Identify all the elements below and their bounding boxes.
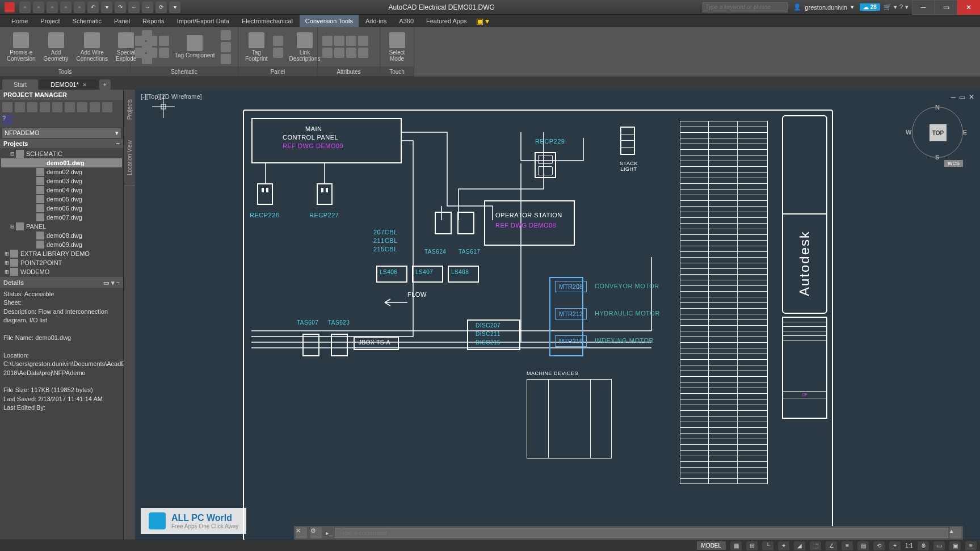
pm-tb-7-icon[interactable] [77, 102, 87, 112]
qat-new-icon[interactable]: ▫ [19, 2, 31, 13]
tree-file-demo04[interactable]: demo04.dwg [1, 186, 122, 195]
cmd-customize-icon[interactable]: ⚙ [310, 527, 322, 539]
tree-schematic-folder[interactable]: ⊟SCHEMATIC [1, 149, 122, 158]
tab-projects-vert[interactable]: Projects [124, 90, 135, 129]
promise-conversion-button[interactable]: Promis-e Conversion [5, 31, 38, 63]
status-max-icon[interactable]: ▭ [933, 541, 945, 550]
qat-prev-icon[interactable]: ← [128, 2, 140, 13]
status-otrack-icon[interactable]: ∠ [826, 541, 837, 550]
qat-redo-icon[interactable]: ↷ [115, 2, 126, 13]
ribbon-tab-a360[interactable]: A360 [393, 15, 419, 27]
doctab-current[interactable]: DEMO01*✕ [39, 79, 98, 90]
status-clean-icon[interactable]: ▣ [949, 541, 961, 550]
ribbon-tab-electromech[interactable]: Electromechanical [236, 15, 298, 27]
sch-s8-icon[interactable] [221, 42, 231, 52]
qat-undo-icon[interactable]: ↶ [87, 2, 99, 13]
qat-next-icon[interactable]: → [142, 2, 153, 13]
qat-saveas-icon[interactable]: ▫ [60, 2, 71, 13]
doctab-start[interactable]: Start [2, 79, 38, 90]
pm-tb-1-icon[interactable] [2, 102, 12, 112]
viewcube[interactable]: N S E W TOP WCS [912, 107, 963, 175]
sch-s1-icon[interactable] [135, 36, 145, 46]
tree-file-demo01[interactable]: demo01.dwg [1, 158, 122, 167]
qat-refresh-icon[interactable]: ⟳ [155, 2, 167, 13]
status-osnap-icon[interactable]: ⬚ [810, 541, 821, 550]
window-maximize-button[interactable]: ▭ [935, 0, 957, 15]
exchange-icon[interactable]: 🛒 [884, 3, 891, 11]
tree-file-demo02[interactable]: demo02.dwg [1, 167, 122, 176]
view-minimize-icon[interactable]: ─ [950, 93, 956, 101]
pm-tb-6-icon[interactable] [65, 102, 75, 112]
pm-tb-help-icon[interactable]: ? [2, 115, 12, 125]
pm-project-dropdown[interactable]: NFPADEMO▾ [2, 128, 121, 138]
sch-s7-icon[interactable] [221, 30, 231, 40]
status-lwt-icon[interactable]: ≡ [842, 541, 853, 550]
doctab-close-icon[interactable]: ✕ [82, 82, 87, 88]
pm-tb-8-icon[interactable] [90, 102, 100, 112]
tab-locationview-vert[interactable]: Location View [124, 129, 135, 186]
att-s4-icon[interactable] [358, 36, 368, 46]
viewcube-n[interactable]: N [935, 104, 940, 111]
window-close-button[interactable]: ✕ [957, 0, 980, 15]
tag-footprint-button[interactable]: Tag Footprint [243, 31, 270, 63]
ribbon-tab-addins[interactable]: Add-ins [360, 15, 392, 27]
help-dd-icon[interactable]: ▾ [905, 3, 909, 11]
att-s1-icon[interactable] [322, 36, 333, 46]
qat-open-icon[interactable]: ▫ [33, 2, 44, 13]
viewcube-face[interactable]: TOP [929, 124, 947, 141]
cmd-recent-icon[interactable]: ▴ [950, 527, 961, 539]
status-gear-icon[interactable]: ⚙ [918, 541, 929, 550]
att-s2-icon[interactable] [334, 36, 344, 46]
tree-file-demo03[interactable]: demo03.dwg [1, 176, 122, 186]
a360-badge[interactable]: ☁ 28 [860, 3, 880, 11]
viewcube-w[interactable]: W [906, 129, 911, 136]
ribbon-tab-schematic[interactable]: Schematic [67, 15, 107, 27]
view-close-icon[interactable]: ✕ [969, 93, 974, 101]
pm-tb-9-icon[interactable] [102, 102, 112, 112]
pm-projects-section[interactable]: Projects− [0, 139, 123, 148]
ribbon-tab-featured[interactable]: Featured Apps [420, 15, 473, 27]
status-iso-icon[interactable]: ◢ [794, 541, 805, 550]
viewcube-s[interactable]: S [935, 154, 939, 161]
att-s7-icon[interactable] [346, 48, 356, 58]
drawing-canvas[interactable]: [-][Top][2D Wireframe] ─ ▭ ✕ MAIN CONTRO… [135, 90, 980, 540]
viewcube-wcs[interactable]: WCS [944, 160, 963, 167]
status-snap-icon[interactable]: ⊞ [746, 541, 758, 550]
viewcube-e[interactable]: E [963, 129, 967, 136]
pnl-s2-icon[interactable] [273, 48, 283, 58]
status-cycle-icon[interactable]: ⟲ [873, 541, 885, 550]
help-icon[interactable]: ? [899, 3, 903, 11]
ribbon-tab-importexport[interactable]: Import/Export Data [171, 15, 235, 27]
ribbon-tab-project[interactable]: Project [35, 15, 65, 27]
tree-file-demo07[interactable]: demo07.dwg [1, 213, 122, 222]
tree-file-demo05[interactable]: demo05.dwg [1, 195, 122, 204]
tree-file-demo08[interactable]: demo08.dwg [1, 231, 122, 240]
pm-details-opts-icon[interactable]: ▭ ▾ − [103, 279, 120, 287]
ribbon-tab-home[interactable]: Home [6, 15, 33, 27]
pm-tb-2-icon[interactable] [15, 102, 25, 112]
pm-tb-5-icon[interactable] [52, 102, 62, 112]
signin-icon[interactable]: 👤 [793, 3, 801, 11]
qat-customize-icon[interactable]: ▾ [169, 2, 180, 13]
help-search-input[interactable] [703, 2, 788, 12]
tree-panel-folder[interactable]: ⊟PANEL [1, 222, 122, 231]
status-grid-icon[interactable]: ▦ [730, 541, 742, 550]
pm-tb-3-icon[interactable] [27, 102, 37, 112]
view-maximize-icon[interactable]: ▭ [959, 93, 965, 101]
att-s5-icon[interactable] [322, 48, 333, 58]
ribbon-tab-conversion[interactable]: Conversion Tools [300, 15, 359, 27]
tag-component-button[interactable]: Tag Component [173, 34, 217, 60]
qat-plot-icon[interactable]: ▫ [74, 2, 85, 13]
att-s3-icon[interactable] [346, 36, 356, 46]
add-wire-connections-button[interactable]: Add Wire Connections [74, 31, 110, 63]
att-s6-icon[interactable] [334, 48, 344, 58]
sch-s4-icon[interactable] [135, 48, 145, 58]
bulb-icon[interactable]: ▣ ▾ [476, 16, 490, 26]
sch-s2-icon[interactable] [147, 36, 157, 46]
doctab-new-button[interactable]: + [99, 79, 111, 90]
status-model-button[interactable]: MODEL [697, 541, 726, 550]
status-ortho-icon[interactable]: └ [762, 541, 773, 550]
ribbon-tab-reports[interactable]: Reports [137, 15, 170, 27]
app-logo[interactable] [5, 2, 15, 12]
status-custom-icon[interactable]: ≡ [965, 541, 977, 550]
